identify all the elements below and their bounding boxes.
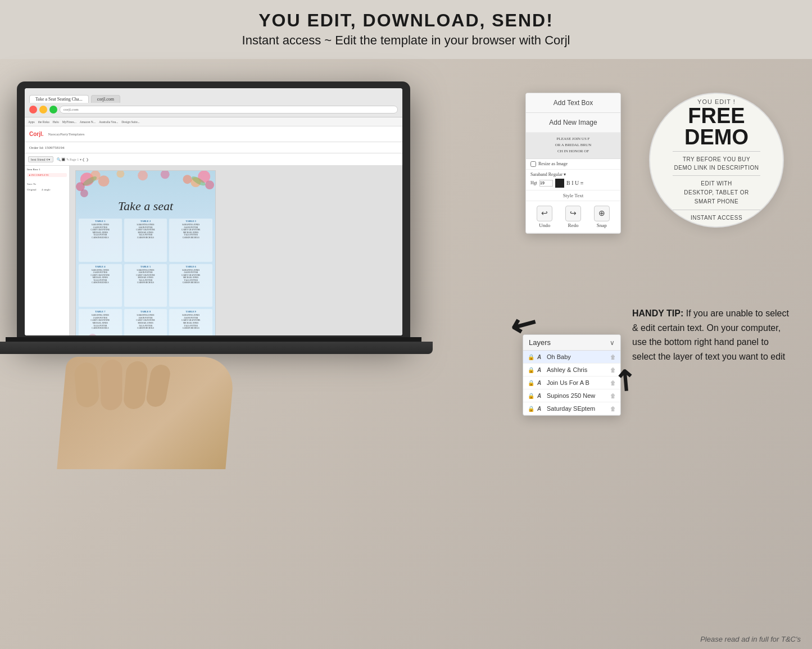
please-read: Please read ad in full for T&C's (700, 635, 801, 643)
table-4: TABLE 4 SAMANTHA JONESJASON POTTERCAREY … (79, 264, 122, 307)
resize-image-row: Resize as Image (526, 159, 620, 170)
type-icon-2: A (537, 367, 544, 373)
layer-item-saturday[interactable]: 🔒 A Saturday SEptem 🗑 (523, 402, 620, 415)
bookmark-amazon[interactable]: Amazon N... (80, 120, 96, 124)
svg-point-9 (116, 171, 124, 178)
color-swatch[interactable] (555, 179, 564, 188)
bookmark-fitness[interactable]: MyFitnes... (62, 120, 76, 124)
lock-icon-1: 🔒 (528, 354, 534, 360)
snap-action[interactable]: ⊕ Snap (594, 206, 610, 228)
redo-label: Redo (565, 223, 581, 228)
table-2: TABLE 2 SAMANTHA JONESJASON POTTERCAREY … (124, 219, 167, 262)
table-3: TABLE 3 SAMANTHA JONESJASON POTTERCAREY … (169, 219, 212, 262)
lock-icon-4: 🔒 (528, 393, 534, 399)
handy-tip: HANDY TIP: If you are unable to select &… (632, 306, 790, 364)
top-banner: YOU EDIT, DOWNLOAD, SEND! Instant access… (0, 0, 812, 59)
svg-point-6 (190, 177, 201, 187)
layer-name-oh-baby: Oh Baby (547, 353, 607, 360)
delete-layer-5[interactable]: 🗑 (610, 406, 616, 412)
main-content: Take a Seat Seating Cha... corjl.com cor… (0, 59, 812, 649)
table-1: TABLE 1 SAMANTHA JONESJASON POTTERCAREY … (79, 219, 122, 262)
delete-layer-1[interactable]: 🗑 (610, 354, 616, 360)
editor-preview: PLEASE JOIN US FOR A BRIDAL BRUNCH IN HO… (526, 133, 620, 159)
undo-action[interactable]: ↩ Undo (537, 206, 552, 228)
table-9: TABLE 9 SAMANTHA JONESJASON POTTERCAREY … (169, 309, 212, 335)
demo-free-text: FREE (688, 105, 745, 126)
free-demo-circle: YOU EDIT ! FREE DEMO TRY BEFORE YOU BUY … (649, 93, 784, 228)
order-bar: Order Id: 1509758194 (25, 142, 402, 153)
redo-icon[interactable]: ↪ (565, 206, 581, 221)
inactive-tab[interactable]: corjl.com (91, 95, 120, 103)
browser-bar: corjl.com (29, 104, 398, 115)
undo-icon[interactable]: ↩ (537, 206, 552, 221)
close-window-btn[interactable] (29, 106, 37, 114)
demo-divider-2 (673, 175, 761, 176)
demo-divider-3 (673, 210, 761, 210)
bookmarks-bar: Apps the Roku Hulu MyFitnes... Amazon N.… (25, 117, 402, 126)
layer-item-ashley-chris[interactable]: 🔒 A Ashley & Chris 🗑 (523, 364, 620, 376)
svg-point-0 (80, 173, 94, 186)
left-panel: Item Row 1 ● INCOMPLETE Save ToOriginal … (25, 166, 70, 335)
bookmark-design[interactable]: Design Suite... (121, 120, 139, 124)
panel-order-info: Item Row 1 (27, 168, 67, 171)
type-icon-5: A (537, 406, 544, 412)
type-icon-3: A (537, 380, 544, 386)
lock-icon-5: 🔒 (528, 406, 534, 412)
resize-image-label: Resize as Image (538, 161, 568, 166)
demo-instant-access: INSTANT ACCESS (691, 214, 742, 223)
handy-tip-label: HANDY TIP: (632, 308, 683, 318)
height-input[interactable] (539, 180, 553, 187)
laptop-container: Take a Seat Seating Cha... corjl.com cor… (17, 81, 427, 587)
toolbar-tools: 🔍 🔳 ✎ Page 1 ▾ ❮ ❯ (57, 157, 89, 161)
laptop-base (0, 342, 433, 354)
svg-point-10 (138, 171, 148, 180)
type-icon-1: A (537, 354, 544, 360)
svg-point-8 (183, 175, 192, 184)
bookmark-apps[interactable]: Apps (28, 120, 35, 124)
layer-item-oh-baby[interactable]: 🔒 A Oh Baby 🗑 (523, 351, 620, 364)
layer-item-join-us[interactable]: 🔒 A Join Us For A B 🗑 (523, 376, 620, 389)
best-friend-btn[interactable]: best friend 4 ▾ (28, 156, 53, 162)
sub-title: Instant access ~ Edit the template in yo… (0, 33, 812, 48)
lock-icon-2: 🔒 (528, 367, 534, 373)
hand-image (57, 357, 235, 469)
resize-image-checkbox[interactable] (530, 161, 536, 167)
panel-actions: Save ToOriginal 4 single (27, 181, 67, 193)
svg-point-3 (98, 175, 110, 187)
svg-point-11 (161, 171, 170, 179)
canvas-area[interactable]: Take a seat TABLE 1 SAMANTHA JONESJASON … (70, 166, 402, 335)
svg-point-12 (81, 175, 98, 187)
svg-point-7 (205, 180, 214, 189)
seating-chart: Take a seat TABLE 1 SAMANTHA JONESJASON … (75, 170, 216, 335)
layer-item-supinos[interactable]: 🔒 A Supinos 250 New 🗑 (523, 389, 620, 402)
maximize-window-btn[interactable] (49, 106, 57, 114)
browser-chrome: Take a Seat Seating Cha... corjl.com cor… (25, 88, 402, 117)
svg-point-2 (76, 182, 85, 191)
add-text-box-button[interactable]: Add Text Box (526, 93, 620, 113)
type-icon-4: A (537, 393, 544, 399)
snap-icon[interactable]: ⊕ (594, 206, 610, 221)
seating-tables: TABLE 1 SAMANTHA JONESJASON POTTERCAREY … (79, 219, 212, 335)
bookmark-hulu[interactable]: Hulu (53, 120, 59, 124)
corjl-header: Corjl. NaocayPartyTemplates (25, 126, 402, 142)
demo-section: EDIT WITH DESKTOP, TABLET OR SMART PHONE (684, 179, 749, 206)
layer-name-ashley-chris: Ashley & Chris (547, 366, 607, 373)
preview-text: PLEASE JOIN US FOR A BRIDAL BRUNCH IN HO… (529, 136, 617, 155)
bookmark-australia[interactable]: Australia You... (99, 120, 118, 124)
layer-name-saturday: Saturday SEptem (547, 405, 607, 412)
url-bar[interactable]: corjl.com (60, 106, 398, 114)
add-new-image-button[interactable]: Add New Image (526, 113, 620, 133)
browser-tabs: Take a Seat Seating Cha... corjl.com (29, 90, 398, 103)
corjl-toolbar: best friend 4 ▾ 🔍 🔳 ✎ Page 1 ▾ ❮ ❯ (25, 153, 402, 166)
redo-action[interactable]: ↪ Redo (565, 206, 581, 228)
minimize-window-btn[interactable] (39, 106, 47, 114)
active-tab[interactable]: Take a Seat Seating Cha... (29, 95, 89, 103)
svg-point-5 (198, 171, 210, 183)
bookmark-roku[interactable]: the Roku (38, 120, 49, 124)
delete-layer-4[interactable]: 🗑 (610, 393, 616, 399)
layers-chevron-icon[interactable]: ∨ (610, 339, 615, 347)
panel-status: ● INCOMPLETE (27, 173, 67, 177)
corjl-main: Item Row 1 ● INCOMPLETE Save ToOriginal … (25, 166, 402, 335)
editor-actions: ↩ Undo ↪ Redo ⊕ Snap (526, 201, 620, 233)
style-text-row: Style Text (526, 190, 620, 201)
